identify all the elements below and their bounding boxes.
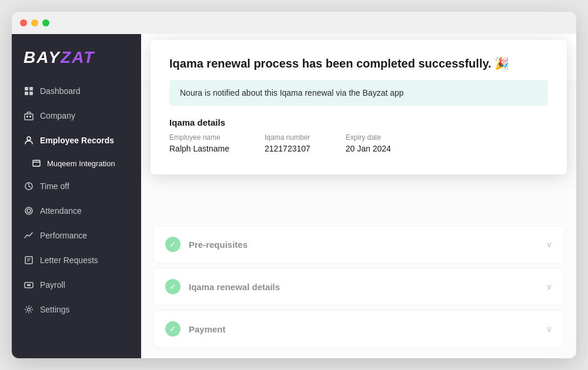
sidebar-item-time-off[interactable]: Time off <box>12 174 141 199</box>
maximize-dot[interactable] <box>42 19 49 26</box>
modal-title: Iqama renewal process has been completed… <box>169 56 548 70</box>
sidebar-item-employee-records[interactable]: Employee Records <box>12 128 141 153</box>
sidebar-item-company[interactable]: Company <box>12 103 141 128</box>
svg-point-11 <box>27 209 31 213</box>
company-icon <box>24 110 34 121</box>
employee-records-icon <box>24 135 34 146</box>
dashboard-icon <box>24 86 34 96</box>
sidebar-item-attendance[interactable]: Attendance <box>12 199 141 223</box>
svg-rect-17 <box>27 284 31 286</box>
svg-point-18 <box>28 308 31 311</box>
app-layout: BAYZAT Dashboard <box>12 34 576 358</box>
attendance-icon <box>24 206 34 216</box>
svg-point-12 <box>25 207 32 214</box>
svg-point-7 <box>27 137 31 140</box>
close-dot[interactable] <box>20 19 27 26</box>
sidebar-item-label: Payroll <box>40 280 65 290</box>
sidebar-item-label: Employee Records <box>40 136 114 145</box>
settings-icon <box>24 304 34 315</box>
sidebar-item-label: Letter Requests <box>40 255 98 265</box>
success-modal: Iqama renewal process has been completed… <box>151 40 567 174</box>
svg-rect-4 <box>25 114 33 120</box>
browser-window: BAYZAT Dashboard <box>12 12 576 358</box>
sidebar-item-performance[interactable]: Performance <box>12 223 141 248</box>
sidebar-sub-item-label: Muqeem Integration <box>47 159 115 168</box>
sidebar-item-settings[interactable]: Settings <box>12 297 141 322</box>
iqama-number-col: Iqama number 2121723107 <box>265 133 310 153</box>
employee-name-value: Ralph Lastname <box>169 144 229 153</box>
expiry-date-label: Expiry date <box>346 133 391 142</box>
sidebar-item-label: Time off <box>40 181 69 191</box>
performance-icon <box>24 230 34 241</box>
minimize-dot[interactable] <box>31 19 38 26</box>
svg-rect-6 <box>29 116 31 117</box>
sidebar-item-muqeem-integration[interactable]: Muqeem Integration <box>12 153 141 174</box>
sidebar: BAYZAT Dashboard <box>12 34 141 358</box>
main-content: MUQEEM INTEGRATION ✓ Pre-requisites ∨ ✓ … <box>141 34 576 358</box>
sidebar-item-payroll[interactable]: Payroll <box>12 273 141 297</box>
iqama-details-title: Iqama details <box>169 117 548 127</box>
iqama-table: Employee name Ralph Lastname Iqama numbe… <box>169 133 548 153</box>
svg-rect-1 <box>29 87 33 90</box>
notification-text: Noura is notified about this Iqama renew… <box>180 88 404 97</box>
sidebar-item-label: Settings <box>40 305 70 314</box>
logo-text: BAYZAT <box>24 48 129 67</box>
letter-requests-icon <box>24 255 34 265</box>
modal-overlay: Iqama renewal process has been completed… <box>141 34 576 358</box>
iqama-employee-col: Employee name Ralph Lastname <box>169 133 229 153</box>
sidebar-item-label: Dashboard <box>40 86 81 96</box>
sidebar-item-dashboard[interactable]: Dashboard <box>12 79 141 103</box>
expiry-date-value: 20 Jan 2024 <box>346 144 391 153</box>
svg-rect-0 <box>25 87 28 90</box>
sidebar-nav: Dashboard Company <box>12 79 141 349</box>
time-off-icon <box>24 181 34 191</box>
logo: BAYZAT <box>12 34 141 79</box>
sidebar-item-label: Attendance <box>40 206 82 216</box>
muqeem-icon <box>32 159 41 168</box>
sidebar-item-letter-requests[interactable]: Letter Requests <box>12 248 141 273</box>
sidebar-item-label: Company <box>40 111 75 120</box>
iqama-number-value: 2121723107 <box>265 144 310 153</box>
payroll-icon <box>24 280 34 290</box>
iqama-number-label: Iqama number <box>265 133 310 142</box>
browser-chrome <box>12 12 576 34</box>
svg-rect-5 <box>26 116 28 117</box>
notification-banner: Noura is notified about this Iqama renew… <box>169 80 548 106</box>
svg-rect-13 <box>25 257 32 264</box>
svg-rect-3 <box>29 92 33 95</box>
svg-rect-2 <box>25 92 28 95</box>
iqama-details-section: Iqama details Employee name Ralph Lastna… <box>169 117 548 153</box>
iqama-expiry-col: Expiry date 20 Jan 2024 <box>346 133 391 153</box>
svg-rect-8 <box>33 160 40 166</box>
sidebar-item-label: Performance <box>40 231 87 240</box>
employee-name-label: Employee name <box>169 133 229 142</box>
